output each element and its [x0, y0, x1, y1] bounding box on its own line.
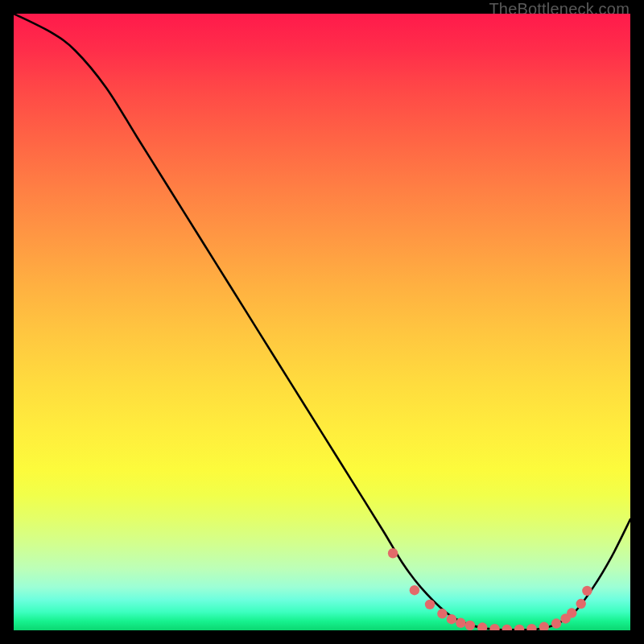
marker-dot — [447, 614, 456, 624]
marker-dot — [489, 624, 499, 630]
plot-area — [14, 14, 630, 630]
marker-dot — [410, 585, 419, 595]
bottleneck-curve — [14, 14, 630, 630]
marker-dot — [551, 618, 561, 628]
marker-dot — [576, 599, 586, 609]
marker-dot — [437, 609, 447, 618]
marker-dot — [425, 600, 435, 609]
chart-stage: TheBottleneck.com — [0, 0, 644, 644]
chart-overlay — [14, 14, 630, 630]
marker-dot — [526, 624, 536, 630]
marker-dot — [465, 621, 475, 630]
marker-dot — [567, 608, 576, 617]
optimum-markers — [388, 548, 592, 630]
marker-dot — [388, 548, 398, 558]
marker-dot — [582, 586, 592, 596]
marker-dot — [477, 622, 487, 630]
marker-dot — [456, 618, 465, 628]
marker-dot — [502, 625, 512, 630]
marker-dot — [539, 622, 549, 630]
marker-dot — [514, 625, 524, 630]
